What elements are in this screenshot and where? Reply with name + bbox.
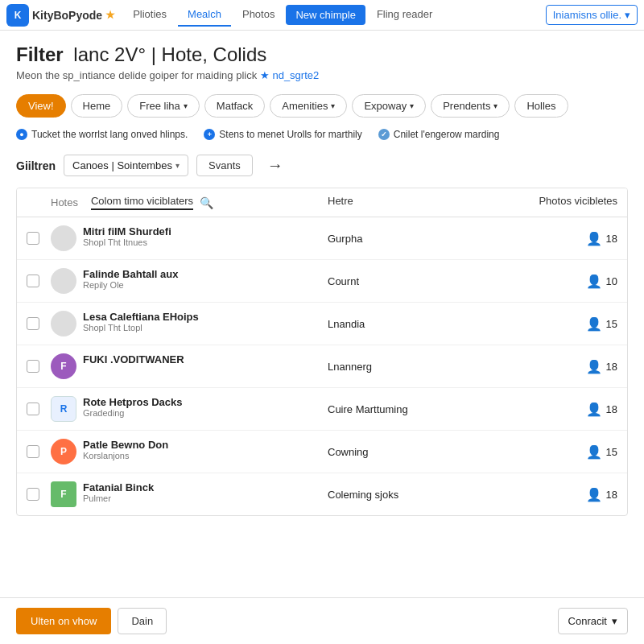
bullet-text-2: Stens to menet Urolls for marthily <box>219 129 361 140</box>
search-icon[interactable]: 🔍 <box>200 196 213 209</box>
row-photo-count-4: 18 <box>606 361 617 373</box>
nav-tab-plioties[interactable]: Plioties <box>123 3 176 27</box>
row-checkbox-5[interactable] <box>27 402 39 415</box>
row-photos-5: 👤 18 <box>489 402 617 417</box>
filter-tab-amenities[interactable]: Amenities ▾ <box>270 94 347 118</box>
row-photos-2: 👤 10 <box>489 274 617 289</box>
filter-tab-view[interactable]: View! <box>16 94 66 118</box>
chevron-down-icon: ▾ <box>410 101 414 110</box>
filter-tab-prendents[interactable]: Prendents ▾ <box>431 94 510 118</box>
row-photos-1: 👤 18 <box>489 231 617 246</box>
filter-tab-free-liha[interactable]: Free liha ▾ <box>127 94 200 118</box>
info-bullet-3: ✓ Cnilet l'engerow marding <box>378 129 500 140</box>
row-photos-7: 👤 18 <box>489 487 617 502</box>
col-photos-header: Photos vicibletes <box>489 195 617 210</box>
row-name-block-2: Falinde Bahtall aux Repily Ole <box>51 268 328 294</box>
logo-text: KityBoPyode <box>32 9 102 22</box>
primary-action-button[interactable]: Ulten on vhow <box>16 608 111 634</box>
filter-row: Giiltren Canoes | Sointembes ▾ Svants → <box>16 155 628 176</box>
filter-tabs-row: View! Heme Free liha ▾ Matfack Amenities… <box>16 94 628 118</box>
table-row: Lesa Caleftiana EHoips Shopl Tht Ltopl L… <box>17 303 627 345</box>
row-name-block-6: P Patle Bewno Don Korslanjons <box>51 439 328 464</box>
subtitle-text: Meon the sp_intiance delide goiper for m… <box>16 69 257 81</box>
row-photo-count-1: 18 <box>606 233 617 245</box>
row-subtitle-6: Korslanjons <box>83 451 168 460</box>
row-name-block-7: F Fatanial Binck Pulmer <box>51 481 328 507</box>
filter-select-dropdown[interactable]: Canoes | Sointembes ▾ <box>64 155 188 176</box>
page-title: Filter lanc 2V° | Hote, Colids <box>16 43 628 66</box>
table-row: Mitri filM Shurdefi Shopl Tht Itnues Gur… <box>17 217 627 260</box>
filter-tab-heme[interactable]: Heme <box>71 94 123 118</box>
main-content: Filter lanc 2V° | Hote, Colids Meon the … <box>0 31 644 516</box>
table-header: Hotes Colom timo viciblaters 🔍 Hetre Pho… <box>17 188 627 217</box>
row-primary-name-7: Fatanial Binck <box>83 481 154 493</box>
col-notes: Hotes <box>51 196 78 208</box>
subtitle-link[interactable]: ★ nd_sgrte2 <box>260 69 319 81</box>
row-name-block-4: F FUKI .VODITWANER <box>51 353 328 379</box>
avatar-6: P <box>51 439 76 464</box>
table-row: Falinde Bahtall aux Repily Ole Cournt 👤 … <box>17 260 627 303</box>
row-photos-6: 👤 15 <box>489 444 617 460</box>
row-location-6: Cowning <box>328 446 489 458</box>
row-checkbox-3[interactable] <box>27 317 39 330</box>
row-checkbox-7[interactable] <box>27 488 39 501</box>
dropdown-label: Conracit <box>568 615 607 627</box>
row-location-7: Coleming sjoks <box>328 489 489 501</box>
table-row: R Rote Hetpros Dacks Gradeding Cuire Mar… <box>17 388 627 431</box>
person-icon: 👤 <box>586 444 602 460</box>
person-icon: 👤 <box>586 487 602 502</box>
dropdown-action-button[interactable]: Conracit ▾ <box>558 608 628 634</box>
row-photo-count-3: 15 <box>606 318 617 330</box>
app-logo[interactable]: K KityBoPyode ★ <box>6 4 115 27</box>
person-icon: 👤 <box>586 274 602 289</box>
nav-tab-photos[interactable]: Photos <box>233 3 284 27</box>
row-checkbox-4[interactable] <box>27 360 39 373</box>
logo-box: K <box>6 4 29 27</box>
secondary-action-button[interactable]: Dain <box>118 608 167 634</box>
row-checkbox-2[interactable] <box>27 275 39 287</box>
nav-user-menu[interactable]: Iniamisns ollie. ▾ <box>546 5 638 25</box>
row-photo-count-7: 18 <box>606 489 617 501</box>
info-bullets: ● Tucket the worrlst lang onved hlinps. … <box>16 129 628 140</box>
nav-user-label: Iniamisns ollie. <box>553 9 621 21</box>
row-name-text-3: Lesa Caleftiana EHoips Shopl Tht Ltopl <box>83 311 199 332</box>
row-location-5: Cuire Marttuming <box>328 403 489 415</box>
nav-tab-mealch[interactable]: Mealch <box>178 3 231 27</box>
person-icon: 👤 <box>586 316 602 332</box>
filter-tab-free-liha-label: Free liha <box>139 100 180 112</box>
row-name-text-6: Patle Bewno Don Korslanjons <box>83 439 168 460</box>
col-name-header: Colom timo viciblaters 🔍 <box>91 195 213 210</box>
row-photos-3: 👤 15 <box>489 316 617 332</box>
logo-star: ★ <box>105 9 115 21</box>
nav-tab-new-chimple[interactable]: New chimple <box>286 5 365 25</box>
row-name-block-1: Mitri filM Shurdefi Shopl Tht Itnues <box>51 225 328 251</box>
filter-tab-matfack[interactable]: Matfack <box>204 94 266 118</box>
row-name-block-3: Lesa Caleftiana EHoips Shopl Tht Ltopl <box>51 311 328 336</box>
avatar-4: F <box>51 353 76 379</box>
row-location-2: Cournt <box>328 275 489 287</box>
row-photos-4: 👤 18 <box>489 359 617 374</box>
avatar-1 <box>51 225 76 251</box>
filter-tab-prendents-label: Prendents <box>443 100 490 112</box>
chevron-down-icon: ▾ <box>612 615 617 627</box>
filter-tab-expoway-label: Expoway <box>364 100 407 112</box>
row-location-1: Gurpha <box>328 233 489 245</box>
top-nav: K KityBoPyode ★ Plioties Mealch Photos N… <box>0 0 644 31</box>
row-name-text-1: Mitri filM Shurdefi Shopl Tht Itnues <box>83 225 171 247</box>
row-subtitle-2: Repily Ole <box>83 280 178 290</box>
filter-svants-button[interactable]: Svants <box>196 155 253 176</box>
col-location-header: Hetre <box>328 195 489 210</box>
filter-tab-expoway[interactable]: Expoway ▾ <box>352 94 426 118</box>
avatar-2 <box>51 268 76 294</box>
chevron-down-icon: ▾ <box>175 161 180 170</box>
row-checkbox-1[interactable] <box>27 232 39 245</box>
info-bullet-1: ● Tucket the worrlst lang onved hlinps. <box>16 129 188 140</box>
filter-tab-holles[interactable]: Holles <box>514 94 568 118</box>
avatar-5: R <box>51 396 76 422</box>
person-icon: 👤 <box>586 231 602 246</box>
row-checkbox-6[interactable] <box>27 445 39 458</box>
table-row: P Patle Bewno Don Korslanjons Cowning 👤 … <box>17 431 627 473</box>
bullet-icon-2: + <box>204 129 215 140</box>
info-bullet-2: + Stens to menet Urolls for marthily <box>204 129 361 140</box>
nav-tab-fling-reader[interactable]: Fling reader <box>367 3 442 27</box>
